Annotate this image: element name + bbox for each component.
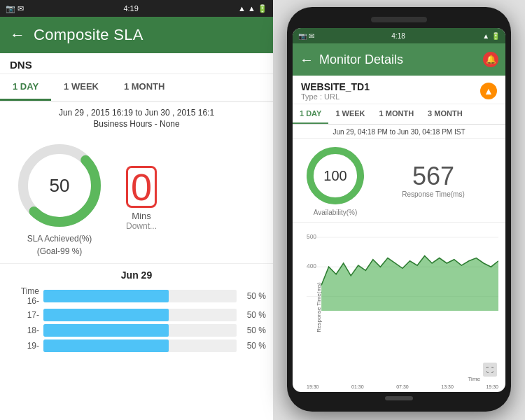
phone-speaker bbox=[371, 17, 427, 22]
tab-1day[interactable]: 1 DAY bbox=[0, 74, 51, 101]
downtime-label: Downt... bbox=[126, 221, 157, 231]
bar-pct-2: 50 % bbox=[241, 326, 266, 335]
bar-label-1: 17- bbox=[7, 310, 39, 320]
tab-1month[interactable]: 1 MONTH bbox=[111, 74, 178, 101]
right-status-bar: 📷 ✉ 4:18 ▲ 🔋 bbox=[293, 28, 505, 43]
up-badge: ▲ bbox=[480, 83, 497, 99]
x-tick-3: 13:30 bbox=[441, 384, 454, 389]
left-status-icons-right: ▲ ▲ 🔋 bbox=[238, 4, 267, 13]
right-tab-1month[interactable]: 1 MONTH bbox=[372, 104, 421, 124]
right-toolbar-left: ← Monitor Details bbox=[300, 52, 403, 68]
bar-row-1: 17- 50 % bbox=[0, 307, 273, 323]
sla-goal-label: (Goal-99 %) bbox=[37, 246, 83, 256]
chart-x-axis-label: Time bbox=[468, 376, 480, 382]
left-status-bar: 📷 ✉ 4:19 ▲ ▲ 🔋 bbox=[0, 0, 273, 17]
tab-1week[interactable]: 1 WEEK bbox=[51, 74, 111, 101]
right-status-time: 4:18 bbox=[391, 32, 405, 40]
bar-label-3: 19- bbox=[7, 341, 39, 351]
bar-row-3: 19- 50 % bbox=[0, 338, 273, 354]
downtime-box: 0 Mins Downt... bbox=[126, 166, 157, 231]
sla-donut: 50 bbox=[14, 140, 105, 231]
left-chart-section: Jun 29 Time 16- 50 % 17- 50 % 18- 50 % 1… bbox=[0, 263, 273, 354]
availability-section: 100 Availability(%) bbox=[304, 144, 367, 216]
left-status-time: 4:19 bbox=[123, 4, 138, 13]
response-time-box: 567 Response Time(ms) bbox=[372, 162, 494, 198]
right-status-icons-right: ▲ 🔋 bbox=[482, 32, 500, 40]
left-phone: 📷 ✉ 4:19 ▲ ▲ 🔋 ← Composite SLA DNS 1 DAY… bbox=[0, 0, 273, 420]
availability-label: Availability(%) bbox=[314, 209, 358, 216]
svg-text:500: 500 bbox=[307, 233, 316, 240]
right-metrics-row: 100 Availability(%) 567 Response Time(ms… bbox=[293, 139, 505, 223]
bar-track-3 bbox=[43, 340, 237, 352]
left-status-icons-left: 📷 ✉ bbox=[6, 4, 24, 13]
left-date-range: Jun 29 , 2015 16:19 to Jun 30 , 2015 16:… bbox=[0, 102, 273, 119]
bell-icon: 🔔 bbox=[486, 55, 496, 64]
x-tick-2: 07:30 bbox=[396, 384, 409, 389]
right-date-range: Jun 29, 04:18 PM to Jun 30, 04:18 PM IST bbox=[293, 125, 505, 139]
right-tab-1week[interactable]: 1 WEEK bbox=[328, 104, 372, 124]
fullscreen-icon: ⛶ bbox=[486, 366, 493, 374]
left-tabs: 1 DAY 1 WEEK 1 MONTH bbox=[0, 74, 273, 102]
sla-label: SLA Achieved(%) bbox=[27, 234, 92, 244]
bar-row-2: 18- 50 % bbox=[0, 323, 273, 338]
downtime-value: 0 bbox=[126, 166, 157, 208]
x-tick-1: 01:30 bbox=[351, 384, 364, 389]
right-phone-screen: 📷 ✉ 4:18 ▲ 🔋 ← Monitor Details 🔔 WEBSITE… bbox=[293, 28, 505, 392]
fullscreen-button[interactable]: ⛶ bbox=[483, 363, 497, 377]
left-metrics-row: 50 SLA Achieved(%) (Goal-99 %) 0 Mins Do… bbox=[0, 133, 273, 263]
bar-pct-3: 50 % bbox=[241, 341, 266, 351]
right-tab-3month[interactable]: 3 MONTH bbox=[421, 104, 470, 124]
website-info: WEBSITE_TD1 Type : URL bbox=[301, 81, 370, 101]
back-icon[interactable]: ← bbox=[10, 26, 25, 44]
chart-svg: 500 400 bbox=[307, 223, 498, 311]
bar-track-0 bbox=[43, 290, 237, 302]
chart-x-ticks: 19:30 01:30 07:30 13:30 19:30 bbox=[307, 384, 498, 389]
website-name: WEBSITE_TD1 bbox=[301, 81, 370, 92]
right-area-chart: Response Time(ms) 500 400 19:30 01:30 07… bbox=[293, 223, 505, 392]
phone-home-button[interactable] bbox=[385, 396, 413, 400]
bar-track-1 bbox=[43, 309, 237, 321]
sla-donut-section: 50 SLA Achieved(%) (Goal-99 %) bbox=[14, 140, 105, 256]
chart-date-title: Jun 29 bbox=[0, 270, 273, 281]
x-tick-0: 19:30 bbox=[307, 384, 319, 389]
notification-bell[interactable]: 🔔 bbox=[483, 52, 498, 67]
bar-label-0: Time 16- bbox=[7, 286, 39, 306]
bar-track-2 bbox=[43, 324, 237, 337]
bar-pct-0: 50 % bbox=[241, 291, 266, 301]
right-phone: 📷 ✉ 4:18 ▲ 🔋 ← Monitor Details 🔔 WEBSITE… bbox=[287, 7, 511, 412]
website-type: Type : URL bbox=[301, 92, 370, 101]
right-toolbar-title: Monitor Details bbox=[319, 52, 403, 67]
response-time-value: 567 bbox=[372, 162, 494, 190]
left-toolbar-title: Composite SLA bbox=[34, 26, 144, 44]
bar-pct-1: 50 % bbox=[241, 310, 266, 320]
right-tab-1day[interactable]: 1 DAY bbox=[293, 104, 328, 124]
right-status-icons-left: 📷 ✉ bbox=[298, 32, 314, 40]
availability-value: 100 bbox=[323, 168, 346, 184]
x-tick-4: 19:30 bbox=[486, 384, 498, 389]
downtime-unit: Mins bbox=[132, 211, 150, 221]
response-time-label: Response Time(ms) bbox=[372, 190, 494, 198]
right-tabs: 1 DAY 1 WEEK 1 MONTH 3 MONTH bbox=[293, 104, 505, 125]
bar-row-0: Time 16- 50 % bbox=[0, 285, 273, 307]
svg-text:400: 400 bbox=[307, 262, 316, 270]
bar-label-2: 18- bbox=[7, 326, 39, 335]
up-arrow-icon: ▲ bbox=[484, 85, 493, 97]
availability-donut: 100 bbox=[304, 144, 367, 207]
left-toolbar: ← Composite SLA bbox=[0, 17, 273, 53]
right-website-row: WEBSITE_TD1 Type : URL ▲ bbox=[293, 76, 505, 104]
right-toolbar: ← Monitor Details 🔔 bbox=[293, 43, 505, 76]
left-biz-hours: Business Hours - None bbox=[0, 119, 273, 133]
left-subtitle: DNS bbox=[0, 53, 273, 74]
donut-value: 50 bbox=[50, 175, 70, 197]
right-back-icon[interactable]: ← bbox=[300, 52, 314, 68]
